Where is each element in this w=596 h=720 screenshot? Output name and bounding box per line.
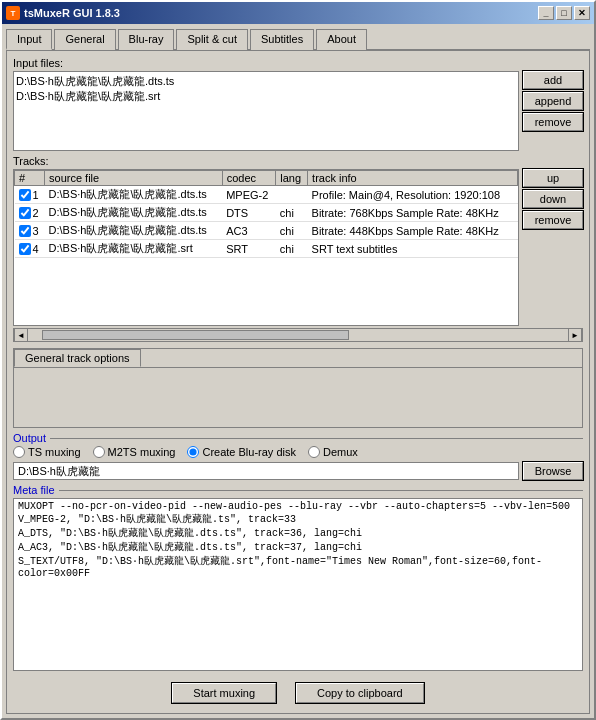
table-row: 1 D:\BS·h臥虎藏龍\臥虎藏龍.dts.ts MPEG-2 Profile… bbox=[15, 186, 518, 204]
copy-clipboard-button[interactable]: Copy to clipboard bbox=[296, 683, 424, 703]
tab-bluray[interactable]: Blu-ray bbox=[118, 29, 175, 50]
tracks-table: # source file codec lang track info bbox=[14, 170, 518, 258]
track-3-source: D:\BS·h臥虎藏龍\臥虎藏龍.dts.ts bbox=[45, 222, 223, 240]
col-info: track info bbox=[308, 171, 518, 186]
radio-demux[interactable]: Demux bbox=[308, 446, 358, 458]
meta-textarea[interactable] bbox=[13, 498, 583, 671]
add-button[interactable]: add bbox=[523, 71, 583, 89]
tracks-buttons: up down remove bbox=[523, 169, 583, 326]
col-num: # bbox=[15, 171, 45, 186]
window-title: tsMuxeR GUI 1.8.3 bbox=[24, 7, 120, 19]
meta-section: Meta file bbox=[13, 484, 583, 671]
output-divider bbox=[50, 438, 583, 439]
col-codec: codec bbox=[222, 171, 276, 186]
input-file-1: D:\BS·h臥虎藏龍\臥虎藏龍.dts.ts bbox=[16, 74, 516, 89]
track-2-codec: DTS bbox=[222, 204, 276, 222]
browse-button[interactable]: Browse bbox=[523, 462, 583, 480]
track-4-num: 4 bbox=[33, 243, 39, 255]
meta-label: Meta file bbox=[13, 484, 55, 496]
input-file-2: D:\BS·h臥虎藏龍\臥虎藏龍.srt bbox=[16, 89, 516, 104]
track-options-content bbox=[14, 367, 582, 427]
track-1-checkbox[interactable] bbox=[19, 189, 31, 201]
table-row: 2 D:\BS·h臥虎藏龍\臥虎藏龍.dts.ts DTS chi Bitrat… bbox=[15, 204, 518, 222]
remove2-button[interactable]: remove bbox=[523, 211, 583, 229]
title-bar: T tsMuxeR GUI 1.8.3 _ □ ✕ bbox=[2, 2, 594, 24]
maximize-button[interactable]: □ bbox=[556, 6, 572, 20]
output-path-input[interactable] bbox=[13, 462, 519, 480]
tracks-area: # source file codec lang track info bbox=[13, 169, 583, 326]
meta-divider bbox=[59, 490, 583, 491]
output-options-row: TS muxing M2TS muxing Create Blu-ray dis… bbox=[13, 446, 583, 458]
input-files-buttons: add append remove bbox=[523, 71, 583, 151]
output-label-row: Output bbox=[13, 432, 583, 444]
track-2-num: 2 bbox=[33, 207, 39, 219]
tab-bar: Input General Blu-ray Split & cut Subtit… bbox=[6, 28, 590, 51]
track-4-info: SRT text subtitles bbox=[308, 240, 518, 258]
track-3-codec: AC3 bbox=[222, 222, 276, 240]
track-3-info: Bitrate: 448Kbps Sample Rate: 48KHz bbox=[308, 222, 518, 240]
track-options-tab-label[interactable]: General track options bbox=[14, 349, 141, 367]
track-4-checkbox[interactable] bbox=[19, 243, 31, 255]
tab-splitcut[interactable]: Split & cut bbox=[176, 29, 248, 50]
input-files-list[interactable]: D:\BS·h臥虎藏龍\臥虎藏龍.dts.ts D:\BS·h臥虎藏龍\臥虎藏龍… bbox=[13, 71, 519, 151]
main-window: T tsMuxeR GUI 1.8.3 _ □ ✕ Input General … bbox=[0, 0, 596, 720]
track-1-num: 1 bbox=[33, 189, 39, 201]
remove-button[interactable]: remove bbox=[523, 113, 583, 131]
input-files-section: Input files: D:\BS·h臥虎藏龍\臥虎藏龍.dts.ts D:\… bbox=[13, 57, 583, 151]
start-muxing-button[interactable]: Start muxing bbox=[172, 683, 276, 703]
track-4-source: D:\BS·h臥虎藏龍\臥虎藏龍.srt bbox=[45, 240, 223, 258]
scroll-left-btn[interactable]: ◄ bbox=[14, 328, 28, 342]
main-panel: Input files: D:\BS·h臥虎藏龍\臥虎藏龍.dts.ts D:\… bbox=[6, 51, 590, 714]
close-button[interactable]: ✕ bbox=[574, 6, 590, 20]
output-path-row: Browse bbox=[13, 462, 583, 480]
scroll-track[interactable] bbox=[42, 330, 554, 340]
col-source: source file bbox=[45, 171, 223, 186]
track-2-checkbox[interactable] bbox=[19, 207, 31, 219]
down-button[interactable]: down bbox=[523, 190, 583, 208]
output-section: Output TS muxing M2TS muxing Create Blu-… bbox=[13, 432, 583, 480]
tracks-label: Tracks: bbox=[13, 155, 583, 167]
track-1-codec: MPEG-2 bbox=[222, 186, 276, 204]
tab-subtitles[interactable]: Subtitles bbox=[250, 29, 314, 50]
radio-ts[interactable]: TS muxing bbox=[13, 446, 81, 458]
tab-general[interactable]: General bbox=[54, 29, 115, 50]
table-row: 3 D:\BS·h臥虎藏龍\臥虎藏龍.dts.ts AC3 chi Bitrat… bbox=[15, 222, 518, 240]
track-2-source: D:\BS·h臥虎藏龍\臥虎藏龍.dts.ts bbox=[45, 204, 223, 222]
track-1-lang bbox=[276, 186, 308, 204]
tracks-table-container[interactable]: # source file codec lang track info bbox=[13, 169, 519, 326]
radio-m2ts[interactable]: M2TS muxing bbox=[93, 446, 176, 458]
tab-about[interactable]: About bbox=[316, 29, 367, 50]
bottom-buttons: Start muxing Copy to clipboard bbox=[13, 675, 583, 707]
track-3-lang: chi bbox=[276, 222, 308, 240]
title-buttons: _ □ ✕ bbox=[538, 6, 590, 20]
meta-label-row: Meta file bbox=[13, 484, 583, 496]
up-button[interactable]: up bbox=[523, 169, 583, 187]
track-3-num: 3 bbox=[33, 225, 39, 237]
track-1-source: D:\BS·h臥虎藏龍\臥虎藏龍.dts.ts bbox=[45, 186, 223, 204]
col-lang: lang bbox=[276, 171, 308, 186]
input-files-label: Input files: bbox=[13, 57, 583, 69]
table-row: 4 D:\BS·h臥虎藏龍\臥虎藏龍.srt SRT chi SRT text … bbox=[15, 240, 518, 258]
app-icon: T bbox=[6, 6, 20, 20]
horizontal-scrollbar[interactable]: ◄ ► bbox=[13, 328, 583, 342]
track-4-codec: SRT bbox=[222, 240, 276, 258]
radio-bluray[interactable]: Create Blu-ray disk bbox=[187, 446, 296, 458]
output-label: Output bbox=[13, 432, 46, 444]
track-4-lang: chi bbox=[276, 240, 308, 258]
track-options-tab-bar: General track options bbox=[14, 349, 582, 367]
track-options-section: General track options bbox=[13, 348, 583, 428]
tab-input[interactable]: Input bbox=[6, 29, 52, 50]
track-2-lang: chi bbox=[276, 204, 308, 222]
track-2-info: Bitrate: 768Kbps Sample Rate: 48KHz bbox=[308, 204, 518, 222]
scroll-right-btn[interactable]: ► bbox=[568, 328, 582, 342]
input-files-area: D:\BS·h臥虎藏龍\臥虎藏龍.dts.ts D:\BS·h臥虎藏龍\臥虎藏龍… bbox=[13, 71, 583, 151]
track-3-checkbox[interactable] bbox=[19, 225, 31, 237]
tracks-section: Tracks: # source file codec lang track i… bbox=[13, 155, 583, 342]
scroll-thumb[interactable] bbox=[42, 330, 349, 340]
track-1-info: Profile: Main@4, Resolution: 1920:108 bbox=[308, 186, 518, 204]
append-button[interactable]: append bbox=[523, 92, 583, 110]
content-area: Input General Blu-ray Split & cut Subtit… bbox=[2, 24, 594, 718]
minimize-button[interactable]: _ bbox=[538, 6, 554, 20]
